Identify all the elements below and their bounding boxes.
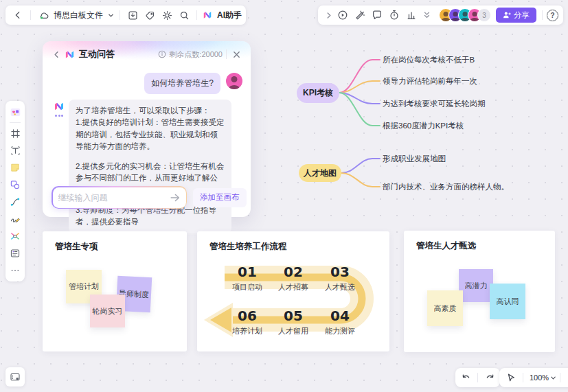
process-step: 02 人才招募 xyxy=(271,264,316,292)
minimap-button[interactable] xyxy=(564,369,568,386)
ai-panel-title: 互动问答 xyxy=(79,48,115,60)
present-play-button[interactable] xyxy=(334,7,351,23)
frame-tool-button[interactable] xyxy=(8,126,23,141)
search-button[interactable] xyxy=(176,7,192,23)
mindmap-leaf[interactable]: 根据360度潜力KPI考核 xyxy=(383,121,464,130)
laser-pointer-button[interactable] xyxy=(352,7,368,23)
ai-answer-step-1: 1.提供良好的培训计划：管培生需要接受定期的培训，包括专业技能、职业规划和领导能… xyxy=(76,117,225,152)
collaborator-avatars[interactable]: 3 xyxy=(439,8,491,22)
divider xyxy=(542,10,543,20)
help-button[interactable]: ? xyxy=(547,10,558,21)
share-label: 分享 xyxy=(514,10,530,21)
download-button[interactable] xyxy=(124,7,141,23)
presentation-cursor-button[interactable] xyxy=(503,369,519,386)
ai-logo-icon xyxy=(54,101,65,112)
document-title[interactable]: 博思白板文件 xyxy=(54,10,103,21)
collaborator-overflow-badge[interactable]: 3 xyxy=(477,8,491,22)
ai-logo-icon xyxy=(201,7,214,23)
zoom-level-value[interactable]: 100% xyxy=(530,373,549,382)
redo-button[interactable] xyxy=(481,369,498,386)
mindmap-tool-button[interactable] xyxy=(8,229,23,244)
process-step: 01 项目启动 xyxy=(225,264,270,292)
share-button[interactable]: 分享 xyxy=(496,8,536,23)
sticky-note[interactable]: 高素质 xyxy=(427,290,463,326)
divider xyxy=(30,10,31,20)
board-stats-button[interactable] xyxy=(403,7,420,23)
remaining-credits: 剩余点数:20000 xyxy=(169,49,223,60)
toolbar-left xyxy=(5,101,25,281)
ai-logo-icon xyxy=(65,49,75,60)
send-icon[interactable] xyxy=(170,193,181,203)
sticky-note[interactable]: 轮岗实习 xyxy=(90,295,125,327)
mindmap-leaf[interactable]: 领导力评估轮岗前每年一次 xyxy=(383,76,477,86)
frames-panel-button[interactable] xyxy=(5,367,25,387)
card-trainee-special[interactable]: 管培生专项 管培计划 导师制度 轮岗实习 xyxy=(43,231,187,351)
ai-answer-intro: 为了培养管培生，可以采取以下步骤： xyxy=(76,105,225,117)
mindmap-leaf[interactable]: 所在岗位每次考核不低于B xyxy=(383,55,475,65)
info-icon xyxy=(158,50,166,58)
card-title: 管培生人才甄选 xyxy=(416,240,477,252)
chevron-down-icon[interactable] xyxy=(550,375,556,381)
chat-input[interactable] xyxy=(58,193,170,203)
toolbar-top-right: 3 分享 ? xyxy=(318,5,563,25)
divider xyxy=(560,373,560,382)
card-title: 管培生培养工作流程 xyxy=(209,241,287,253)
divider xyxy=(477,373,478,382)
divider xyxy=(196,10,197,20)
card-training-process[interactable]: 管培生培养工作流程 01 项目启动 02 人才招募 03 人才甄选 06 培养计… xyxy=(197,231,389,351)
mindmap-leaf[interactable]: 为达到考核要求可延长轮岗期 xyxy=(383,99,486,108)
comment-button[interactable] xyxy=(369,7,385,23)
undo-redo-group xyxy=(455,368,500,387)
user-message-row: 如何培养管培生? xyxy=(43,67,251,94)
mindmap-leaf[interactable]: 形成职业发展地图 xyxy=(383,154,446,163)
mindmap-root-kpi[interactable]: KPI考核 xyxy=(297,83,339,103)
collapse-toolbar-icon[interactable] xyxy=(420,7,433,23)
ai-answer-bubble: 为了培养管培生，可以采取以下步骤： 1.提供良好的培训计划：管培生需要接受定期的… xyxy=(69,100,231,233)
more-tools-button[interactable] xyxy=(8,263,23,278)
settings-button[interactable] xyxy=(159,7,175,23)
ai-panel-header: 互动问答 剩余点数:20000 xyxy=(43,41,251,67)
ai-assistant-button[interactable]: AI助手 xyxy=(217,10,242,21)
process-step: 03 人才甄选 xyxy=(317,264,363,292)
card-title: 管培生专项 xyxy=(55,241,98,253)
shapes-tool-button[interactable] xyxy=(8,177,23,192)
divider xyxy=(523,373,523,382)
chevron-down-icon[interactable] xyxy=(106,7,115,23)
typing-indicator-icon xyxy=(55,115,63,117)
divider xyxy=(226,49,227,59)
chat-input-row: 添加至画布 xyxy=(52,186,242,209)
chat-input-border xyxy=(52,186,187,209)
card-talent-selection[interactable]: 管培生人才甄选 高潜力 高素质 高认同 xyxy=(404,231,555,352)
process-step: 04 能力测评 xyxy=(317,308,363,336)
sticky-note-tool-button[interactable] xyxy=(8,160,23,175)
tag-button[interactable] xyxy=(141,7,158,23)
add-to-canvas-button[interactable]: 添加至画布 xyxy=(193,188,247,207)
undo-button[interactable] xyxy=(457,369,474,386)
mindmap-leaf[interactable]: 部门内技术、业务方面的榜样人物。 xyxy=(383,182,509,192)
divider xyxy=(120,10,120,20)
templates-materials-button[interactable] xyxy=(8,104,23,119)
process-step: 05 人才留用 xyxy=(271,308,316,336)
user-message-bubble: 如何培养管培生? xyxy=(144,73,220,94)
panel-back-button[interactable] xyxy=(51,46,62,62)
divider xyxy=(10,122,21,123)
sticky-note[interactable]: 高认同 xyxy=(490,284,525,319)
whiteboard-canvas[interactable]: 博思白板文件 AI助手 xyxy=(0,0,568,392)
user-avatar xyxy=(226,73,242,89)
text-tool-button[interactable] xyxy=(8,143,23,158)
close-icon[interactable] xyxy=(230,46,242,62)
share-person-icon xyxy=(503,11,511,19)
mindmap-root-talent[interactable]: 人才地图 xyxy=(299,164,341,182)
timer-button[interactable] xyxy=(386,7,402,23)
ai-message-row: 为了培养管培生，可以采取以下步骤： 1.提供良好的培训计划：管培生需要接受定期的… xyxy=(43,94,251,233)
doc-card-tool-button[interactable] xyxy=(8,246,23,261)
ai-chat-panel: 互动问答 剩余点数:20000 如何培养管培生? 为了培养管培生 xyxy=(43,41,251,217)
connector-tool-button[interactable] xyxy=(8,194,23,209)
sticky-note[interactable]: 高潜力 xyxy=(459,269,493,302)
back-button[interactable] xyxy=(10,7,26,23)
collapse-right-icon[interactable] xyxy=(323,7,334,23)
toolbar-top-left: 博思白板文件 AI助手 xyxy=(5,5,246,25)
cloud-sync-icon xyxy=(35,7,52,23)
pen-tool-button[interactable] xyxy=(8,211,23,227)
process-step: 06 培养计划 xyxy=(225,308,270,336)
